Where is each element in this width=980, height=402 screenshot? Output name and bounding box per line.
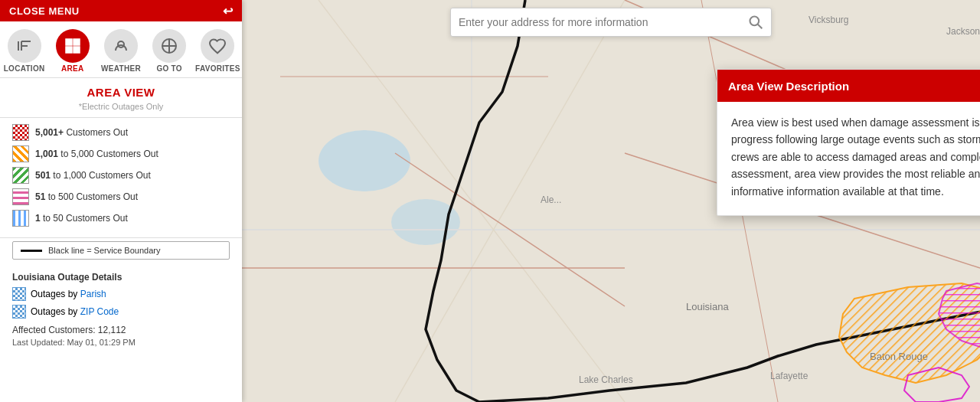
swatch-501to1000 <box>12 167 29 184</box>
location-icon-circle <box>8 29 41 63</box>
nav-icons: LOCATION AREA WEATHER <box>0 21 242 78</box>
zip-grid-icon <box>12 305 26 319</box>
svg-text:Ale...: Ale... <box>541 194 561 205</box>
goto-icon <box>160 37 178 55</box>
sidebar: CLOSE MENU ↩ LOCATION AREA <box>0 0 242 402</box>
sidebar-item-goto[interactable]: GO TO <box>148 29 191 73</box>
sidebar-item-area[interactable]: AREA <box>51 29 94 73</box>
swatch-51to500 <box>12 188 29 205</box>
legend-item-1to50: 1 to 50 Customers Out <box>12 210 230 227</box>
legend-item-1001to5000: 1,001 to 5,000 Customers Out <box>12 145 230 162</box>
sidebar-item-favorites[interactable]: FAVORITES <box>196 29 239 73</box>
parish-link-row: Outages by Parish <box>12 287 230 301</box>
svg-text:Lake Charles: Lake Charles <box>579 374 633 385</box>
area-nav-label: AREA <box>61 64 84 73</box>
svg-point-13 <box>318 130 410 191</box>
weather-nav-label: WEATHER <box>101 64 141 73</box>
area-view-subtitle: *Electric Outages Only <box>0 102 242 118</box>
goto-icon-circle <box>152 29 186 63</box>
sidebar-item-location[interactable]: LOCATION <box>3 29 46 73</box>
zip-prefix: Outages by <box>31 306 80 317</box>
svg-point-14 <box>391 199 460 245</box>
legend-item-5001plus: 5,001+ Customers Out <box>12 124 230 141</box>
swatch-1001to5000 <box>12 145 29 162</box>
last-updated: Last Updated: May 01, 01:29 PM <box>12 338 230 347</box>
favorites-icon <box>208 37 227 55</box>
outage-details: Louisiana Outage Details Outages by Pari… <box>0 266 242 402</box>
svg-text:Lafayette: Lafayette <box>770 371 808 381</box>
legend-label-1to50: 1 to 50 Customers Out <box>35 213 128 224</box>
boundary-line-icon <box>21 250 42 252</box>
favorites-nav-label: FAVORITES <box>195 64 240 73</box>
search-input[interactable] <box>459 16 748 28</box>
legend-label-51to500: 51 to 500 Customers Out <box>35 191 138 202</box>
svg-text:Vicksburg: Vicksburg <box>808 15 848 25</box>
area-view-modal: Area View Description X Area view is bes… <box>717 69 980 216</box>
close-menu-label: CLOSE MENU <box>9 5 80 17</box>
modal-header: Area View Description X <box>717 70 980 102</box>
svg-rect-6 <box>66 47 72 53</box>
parish-prefix: Outages by <box>31 289 80 299</box>
legend: 5,001+ Customers Out 1,001 to 5,000 Cust… <box>0 118 242 238</box>
legend-label-5001plus: 5,001+ Customers Out <box>35 127 128 138</box>
legend-label-501to1000: 501 to 1,000 Customers Out <box>35 170 151 181</box>
goto-nav-label: GO TO <box>156 64 182 73</box>
svg-rect-7 <box>74 47 80 53</box>
svg-rect-5 <box>74 39 80 45</box>
swatch-5001plus <box>12 124 29 141</box>
parish-grid-icon <box>12 287 26 301</box>
modal-title: Area View Description <box>728 80 849 93</box>
map-area[interactable]: Ale... Louisiana Lake Charles Lafayette … <box>242 0 980 402</box>
legend-item-51to500: 51 to 500 Customers Out <box>12 188 230 205</box>
area-icon-circle <box>56 29 90 63</box>
boundary-label: Black line = Service Boundary <box>48 246 160 255</box>
zip-link[interactable]: ZIP Code <box>80 306 119 317</box>
svg-point-45 <box>750 17 760 26</box>
legend-item-501to1000: 501 to 1,000 Customers Out <box>12 167 230 184</box>
svg-line-46 <box>758 25 763 29</box>
parish-link[interactable]: Parish <box>80 289 106 299</box>
service-boundary: Black line = Service Boundary <box>12 241 230 260</box>
legend-label-1001to5000: 1,001 to 5,000 Customers Out <box>35 149 158 159</box>
close-menu-bar[interactable]: CLOSE MENU ↩ <box>0 0 242 21</box>
search-icon[interactable] <box>748 15 763 30</box>
outage-details-title: Louisiana Outage Details <box>12 272 230 283</box>
modal-body: Area view is best used when damage asses… <box>717 102 980 215</box>
area-icon <box>64 37 82 55</box>
area-view-title: AREA VIEW <box>0 78 242 102</box>
affected-customers: Affected Customers: 12,112 <box>12 325 230 335</box>
svg-text:Jackson: Jackson <box>946 26 980 37</box>
svg-rect-4 <box>66 39 72 45</box>
location-nav-label: LOCATION <box>4 64 45 73</box>
favorites-icon-circle <box>201 29 234 63</box>
weather-icon-circle <box>104 29 138 63</box>
zip-link-row: Outages by ZIP Code <box>12 305 230 319</box>
svg-text:Louisiana: Louisiana <box>686 301 729 312</box>
back-icon[interactable]: ↩ <box>223 4 234 18</box>
weather-icon <box>112 37 130 55</box>
search-bar <box>450 8 772 37</box>
location-icon <box>15 37 34 55</box>
sidebar-item-weather[interactable]: WEATHER <box>100 29 142 73</box>
swatch-1to50 <box>12 210 29 227</box>
